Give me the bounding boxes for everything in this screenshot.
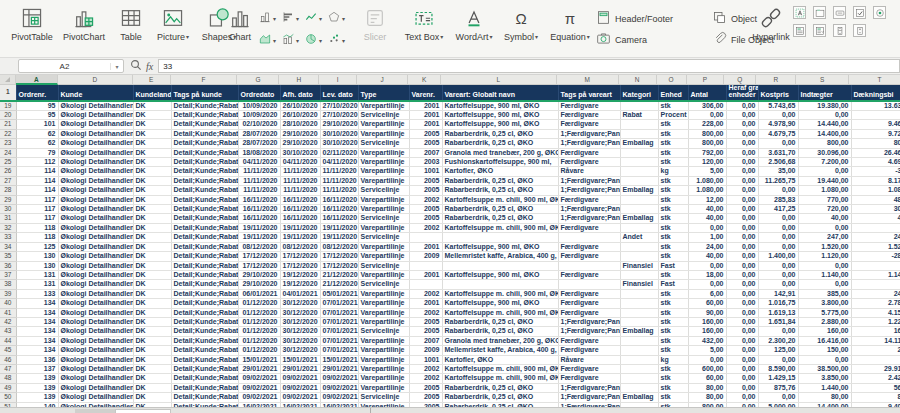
- cell[interactable]: 29/10/2020: [280, 139, 320, 148]
- row-header[interactable]: 47: [0, 364, 16, 373]
- cell[interactable]: 0,00: [758, 393, 798, 402]
- cell[interactable]: 29/01/2021: [238, 364, 280, 373]
- cell[interactable]: 2001: [409, 120, 442, 129]
- cell[interactable]: 2002: [409, 364, 442, 373]
- cell[interactable]: 2003: [409, 158, 442, 167]
- cell[interactable]: Andet: [620, 233, 658, 242]
- cell[interactable]: Råvare: [558, 167, 620, 176]
- cell[interactable]: 80,00: [688, 383, 726, 392]
- cell[interactable]: Rabarberdrik, 0,25 cl, ØKO: [442, 383, 558, 392]
- cell[interactable]: stk: [658, 129, 688, 138]
- cell[interactable]: 14.11: [851, 336, 900, 345]
- checkbox-button[interactable]: [853, 6, 866, 19]
- cell[interactable]: 0,00: [758, 261, 798, 270]
- header-cell[interactable]: Tags på kunde: [171, 85, 238, 101]
- bar-chart-button[interactable]: ▾: [282, 7, 305, 29]
- header-cell[interactable]: Enhed: [658, 85, 688, 101]
- label-control-button[interactable]: [793, 6, 806, 19]
- cell[interactable]: stk: [658, 374, 688, 383]
- cell[interactable]: DK: [133, 299, 171, 308]
- cell[interactable]: 07/01/2021: [320, 308, 358, 317]
- header-cell[interactable]: Ordrenr.: [16, 85, 58, 101]
- column-header-L[interactable]: L: [441, 75, 557, 85]
- row-header[interactable]: 42: [0, 317, 16, 326]
- cell[interactable]: 0,00: [758, 280, 798, 289]
- cell[interactable]: 62: [16, 139, 58, 148]
- cell[interactable]: DK: [133, 261, 171, 270]
- cell[interactable]: Færdigvare: [558, 289, 620, 298]
- column-header-H[interactable]: H: [279, 75, 319, 85]
- column-header-Q[interactable]: Q: [724, 75, 756, 85]
- cell[interactable]: 2002: [409, 223, 442, 232]
- cell[interactable]: Varepartilinje: [358, 364, 409, 373]
- cell[interactable]: 1;Færdigvare;Pant: [558, 383, 620, 392]
- cell[interactable]: Rabarberdrik, 0,25 cl, ØKO: [442, 176, 558, 185]
- combo-box-button[interactable]: [813, 24, 826, 37]
- cell[interactable]: [620, 317, 658, 326]
- cell[interactable]: 0,00: [726, 195, 758, 204]
- cell[interactable]: Økologi Detailhandlen: [58, 214, 133, 223]
- cell[interactable]: 19/11/2020: [238, 233, 280, 242]
- cell[interactable]: Mellemristet kaffe, Arabica, 400 g,: [442, 346, 558, 355]
- cell[interactable]: Detail;Kunde;Rabat: [171, 261, 238, 270]
- cell[interactable]: 117: [16, 205, 58, 214]
- cell[interactable]: Varepartilinje: [358, 176, 409, 185]
- cell[interactable]: [409, 261, 442, 270]
- cell[interactable]: 1.120,00: [798, 252, 851, 261]
- cell[interactable]: 139: [16, 393, 58, 402]
- cell[interactable]: 4.679,75: [758, 129, 798, 138]
- cell[interactable]: 0,00: [688, 111, 726, 120]
- cell[interactable]: Varepartilinje: [358, 101, 409, 111]
- cell[interactable]: Færdigvare: [558, 101, 620, 111]
- cell[interactable]: 0,00: [758, 270, 798, 279]
- cell[interactable]: 133: [16, 289, 58, 298]
- cell[interactable]: 19.440,00: [798, 176, 851, 185]
- cell[interactable]: 19/11/2020: [280, 223, 320, 232]
- cell[interactable]: 6,00: [688, 289, 726, 298]
- cell[interactable]: 139: [16, 383, 58, 392]
- cell[interactable]: kg: [658, 167, 688, 176]
- cell[interactable]: 800,00: [798, 139, 851, 148]
- cell[interactable]: stk: [658, 270, 688, 279]
- cell[interactable]: 0,00: [726, 129, 758, 138]
- cell[interactable]: Økologi Detailhandlen: [58, 242, 133, 251]
- chart-button[interactable]: Chart: [222, 4, 258, 52]
- cell[interactable]: 09/02/2021: [238, 383, 280, 392]
- cell[interactable]: 8.17: [851, 176, 900, 185]
- cell[interactable]: stk: [658, 223, 688, 232]
- cell[interactable]: Kartofler, ØKO: [442, 167, 558, 176]
- cell[interactable]: 40,00: [688, 205, 726, 214]
- cell[interactable]: Varepartilinje: [358, 346, 409, 355]
- cell[interactable]: 0,00: [726, 336, 758, 345]
- cell[interactable]: 16.416,00: [798, 336, 851, 345]
- cell[interactable]: Emballag: [620, 327, 658, 336]
- picture-button[interactable]: Picture▾: [150, 4, 196, 52]
- cell[interactable]: 385,00: [798, 289, 851, 298]
- cell[interactable]: 30/12/2020: [280, 336, 320, 345]
- cell[interactable]: 08/12/2020: [320, 242, 358, 251]
- cell[interactable]: Servicelinje: [358, 214, 409, 223]
- cell[interactable]: Varepartilinje: [358, 148, 409, 157]
- cell[interactable]: 11/11/2020: [320, 186, 358, 195]
- cell[interactable]: 0,00: [726, 252, 758, 261]
- cell[interactable]: 1.22: [851, 317, 900, 326]
- cell[interactable]: 01/12/2020: [238, 327, 280, 336]
- cell[interactable]: [620, 158, 658, 167]
- cell[interactable]: 19/11/2020: [320, 223, 358, 232]
- cell[interactable]: 09/02/2021: [280, 374, 320, 383]
- cell[interactable]: Detail;Kunde;Rabat: [171, 195, 238, 204]
- cell[interactable]: Økologi Detailhandlen: [58, 355, 133, 364]
- cell[interactable]: 0,00: [726, 393, 758, 402]
- cell[interactable]: 0,00: [688, 355, 726, 364]
- cell[interactable]: 134: [16, 308, 58, 317]
- cell[interactable]: 09/02/2021: [238, 374, 280, 383]
- cell[interactable]: [620, 242, 658, 251]
- cell[interactable]: DK: [133, 374, 171, 383]
- cell[interactable]: 0,00: [726, 242, 758, 251]
- cell[interactable]: 07/01/2021: [320, 346, 358, 355]
- cell[interactable]: Økologi Detailhandlen: [58, 158, 133, 167]
- pivottable-button[interactable]: PivotTable: [8, 4, 56, 52]
- cell[interactable]: Rabarberdrik, 0,25 cl, ØKO: [442, 205, 558, 214]
- cell[interactable]: -28: [851, 252, 900, 261]
- cell[interactable]: DK: [133, 205, 171, 214]
